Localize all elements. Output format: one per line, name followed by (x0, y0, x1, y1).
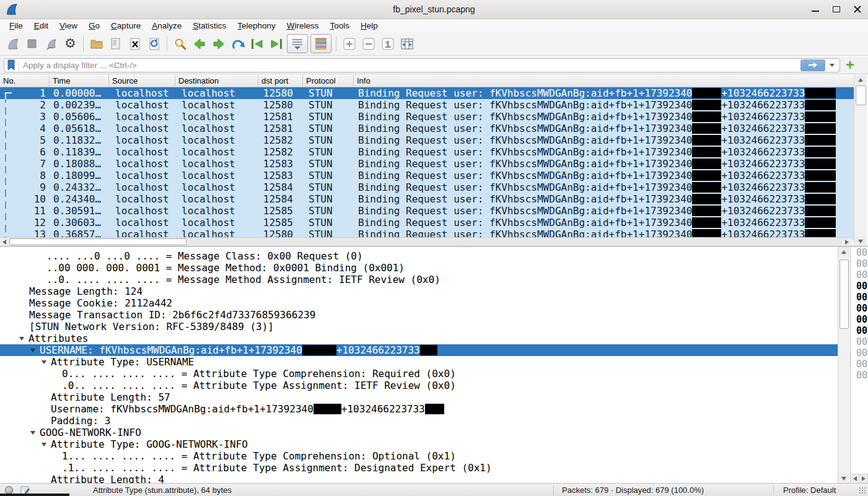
filter-dropdown-caret-icon[interactable] (830, 64, 835, 67)
bookmark-icon[interactable] (7, 59, 15, 71)
capture-options-icon[interactable]: ⚙ (61, 34, 80, 53)
detail-line-attr-type[interactable]: Attribute Type: GOOG-NETWORK-INFO (0, 438, 838, 450)
profile-text[interactable]: Profile: Default (783, 485, 836, 495)
zoom-out-icon[interactable] (359, 34, 378, 53)
column-header[interactable]: Source (109, 75, 175, 87)
detail-line[interactable]: Message Length: 124 (0, 285, 838, 297)
menu-wireless[interactable]: Wireless (281, 20, 325, 32)
detail-line[interactable]: Padding: 3 (0, 415, 838, 427)
packet-row[interactable]: 7 0.18088… localhost localhost 12583 STU… (0, 158, 854, 170)
detail-line[interactable]: Attribute Length: 4 (0, 474, 838, 483)
maximize-button[interactable] (832, 5, 841, 14)
resize-grip[interactable] (859, 487, 867, 495)
scroll-down-icon[interactable] (838, 474, 849, 483)
scroll-up-icon[interactable] (854, 75, 867, 84)
scroll-left-icon[interactable] (0, 238, 9, 246)
menu-tools[interactable]: Tools (325, 20, 356, 32)
detail-vscrollbar[interactable] (838, 247, 849, 483)
menu-analyze[interactable]: Analyze (146, 20, 187, 32)
detail-line[interactable]: Message Transaction ID: 2b6f6c2f4d733768… (0, 309, 838, 321)
detail-line[interactable]: 1... .... .... .... = Attribute Type Com… (0, 450, 838, 462)
detail-line[interactable]: .... ...0 ...0 .... = Message Class: 0x0… (0, 250, 838, 262)
go-back-icon[interactable] (190, 34, 209, 53)
zoom-normal-icon[interactable] (378, 34, 397, 53)
column-header[interactable]: dst port (258, 75, 303, 87)
menu-statistics[interactable]: Statistics (187, 20, 232, 32)
packet-row[interactable]: 8 0.18099… localhost localhost 12583 STU… (0, 170, 854, 181)
packet-row[interactable]: 5 0.11832… localhost localhost 12582 STU… (0, 134, 854, 146)
packet-row[interactable]: 9 0.24332… localhost localhost 12584 STU… (0, 181, 854, 193)
menu-file[interactable]: File (4, 20, 28, 32)
column-header[interactable]: Protocol (303, 75, 354, 87)
packet-row[interactable]: 4 0.05618… localhost localhost 12581 STU… (0, 123, 854, 134)
go-first-packet-icon[interactable] (247, 34, 266, 53)
detail-line[interactable]: ..00 000. 000. 0001 = Message Method: 0x… (0, 262, 838, 274)
reload-file-icon[interactable] (144, 34, 164, 53)
close-button[interactable] (853, 5, 862, 14)
close-capture-icon[interactable] (125, 34, 144, 53)
column-header[interactable]: Destination (175, 75, 258, 87)
restart-capture-icon[interactable] (42, 34, 61, 53)
expander-icon[interactable] (42, 443, 46, 446)
auto-scroll-icon[interactable] (287, 34, 308, 53)
detail-line-username-value[interactable]: Username: fKVhbscsMWDGAnBg:aid+fb+1+1739… (0, 403, 838, 415)
bytes-hscrollbar[interactable] (851, 474, 868, 483)
resize-columns-icon[interactable] (397, 34, 416, 53)
detail-line-attributes[interactable]: Attributes (0, 333, 838, 344)
go-to-packet-icon[interactable] (228, 34, 247, 53)
minimize-button[interactable] (811, 5, 820, 14)
detail-line-attr-type[interactable]: Attribute Type: USERNAME (0, 356, 838, 368)
scrollbar-thumb[interactable] (840, 259, 849, 329)
save-file-icon[interactable] (106, 34, 125, 53)
menu-view[interactable]: View (54, 20, 83, 32)
display-filter-box[interactable] (4, 58, 840, 72)
expander-icon[interactable] (30, 431, 35, 435)
add-filter-button-plus-icon[interactable]: + (846, 59, 854, 71)
column-header[interactable]: Info (354, 75, 854, 87)
scroll-down-icon[interactable] (854, 237, 867, 246)
detail-line[interactable]: Attribute Length: 57 (0, 391, 838, 403)
expander-icon[interactable] (42, 360, 46, 364)
go-last-packet-icon[interactable] (266, 34, 286, 53)
stop-capture-icon[interactable] (22, 34, 42, 53)
expander-icon[interactable] (30, 349, 35, 352)
detail-line[interactable]: .1.. .... .... .... = Attribute Type Ass… (0, 462, 838, 474)
menu-help[interactable]: Help (355, 20, 384, 32)
menu-edit[interactable]: Edit (28, 20, 54, 32)
expander-icon[interactable] (19, 337, 24, 341)
scrollbar-thumb[interactable] (856, 85, 866, 105)
packet-list-vscrollbar[interactable] (854, 75, 867, 246)
detail-line-goog-network-info[interactable]: GOOG-NETWORK-INFO (0, 427, 838, 438)
find-packet-icon[interactable] (170, 34, 190, 53)
packet-bytes-pane[interactable]: 000000000000000000000000 (850, 247, 868, 483)
detail-line[interactable]: ..0. .... .... .... = Message Method Ass… (0, 274, 838, 285)
packet-row[interactable]: 3 0.05606… localhost localhost 12581 STU… (0, 111, 854, 123)
splitter-handle-icon[interactable] (849, 352, 851, 368)
packet-row[interactable]: 6 0.11839… localhost localhost 12582 STU… (0, 146, 854, 158)
packet-row[interactable]: 10 0.24340… localhost localhost 12584 ST… (0, 193, 854, 205)
detail-line[interactable]: 0... .... .... .... = Attribute Type Com… (0, 368, 838, 380)
display-filter-input[interactable] (22, 60, 800, 71)
detail-line[interactable]: [STUN Network Version: RFC-5389/8489 (3)… (0, 321, 838, 333)
scroll-right-icon[interactable] (843, 238, 851, 246)
go-forward-icon[interactable] (209, 34, 228, 53)
scroll-up-icon[interactable] (838, 247, 849, 256)
packet-list-hscrollbar[interactable] (0, 237, 852, 246)
packet-row[interactable]: 12 0.30603… localhost localhost 12585 ST… (0, 217, 854, 228)
detail-line[interactable]: Message Cookie: 2112a442 (0, 297, 838, 309)
packet-row[interactable]: 1 0.00000… localhost localhost 12580 STU… (0, 87, 854, 99)
detail-line[interactable]: .0.. .... .... .... = Attribute Type Ass… (0, 380, 838, 391)
colorize-packets-icon[interactable] (310, 34, 331, 53)
menu-go[interactable]: Go (83, 20, 105, 32)
column-header[interactable]: No. (0, 75, 50, 87)
start-capture-icon[interactable] (3, 34, 22, 53)
scrollbar-thumb[interactable] (9, 238, 186, 245)
packet-row[interactable]: 2 0.00239… localhost localhost 12580 STU… (0, 99, 854, 111)
scroll-right-icon[interactable] (859, 474, 868, 483)
packet-row[interactable]: 11 0.30591… localhost localhost 12585 ST… (0, 205, 854, 217)
menu-capture[interactable]: Capture (105, 20, 146, 32)
scroll-left-icon[interactable] (851, 474, 859, 483)
detail-line-username-selected[interactable]: USERNAME: fKVhbscsMWDGAnBg:aid+fb+1+1739… (0, 344, 838, 356)
zoom-in-icon[interactable] (340, 34, 359, 53)
menu-telephony[interactable]: Telephony (232, 20, 281, 32)
